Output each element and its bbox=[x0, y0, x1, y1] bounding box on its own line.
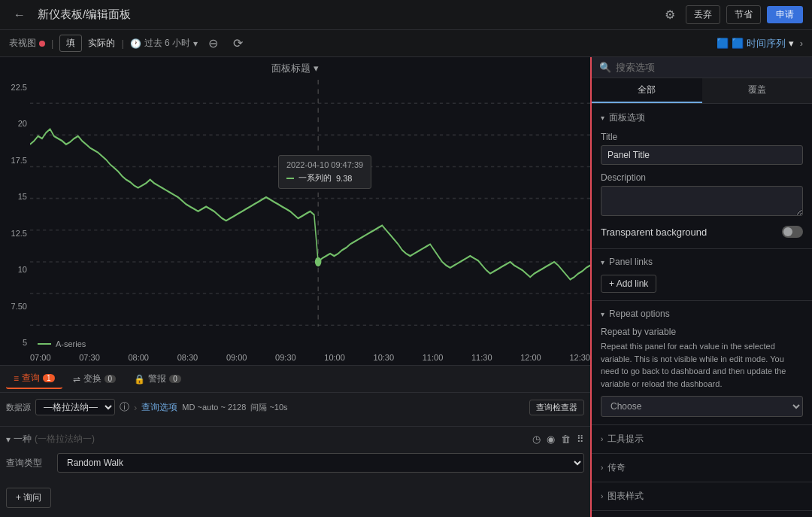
tab-alert-badge: 0 bbox=[169, 375, 181, 383]
datasource-row: 数据源 —格拉法纳— ⓘ › 查询选项 MD ~auto ~ 2128 间隔 ~… bbox=[6, 399, 584, 415]
add-link-btn[interactable]: + Add link bbox=[601, 275, 656, 293]
chevron-down-icon: ▾ bbox=[601, 114, 604, 122]
subtoolbar: 表视图 | 填 实际的 | 🕐 过去 6 小时 ▾ ⊖ ⟳ 🟦 🟦 时间序列 ▾… bbox=[0, 30, 812, 57]
search-box: 🔍 bbox=[592, 57, 812, 78]
toggle-knob bbox=[783, 227, 792, 236]
y-label: 17.5 bbox=[0, 156, 30, 165]
legend-label: A-series bbox=[56, 339, 86, 348]
desc-label: Description bbox=[601, 172, 803, 183]
back-button[interactable]: ← bbox=[9, 7, 30, 23]
query-meta2: 间隔 ~10s bbox=[250, 402, 287, 413]
legend-section-label: 传奇 bbox=[607, 461, 626, 474]
query-meta1: MD ~auto ~ 2128 bbox=[182, 403, 246, 412]
transparent-toggle[interactable] bbox=[782, 226, 803, 238]
view-mode-btn[interactable]: 表视图 bbox=[9, 37, 45, 50]
search-input[interactable] bbox=[616, 62, 804, 73]
save-button[interactable]: 节省 bbox=[726, 5, 761, 24]
collapsed-section-axis[interactable]: › 轴 bbox=[592, 511, 812, 517]
y-label: 10 bbox=[0, 265, 30, 274]
ts-arrow-icon: › bbox=[800, 38, 803, 49]
collapsed-section-tooltip[interactable]: › 工具提示 bbox=[592, 425, 812, 454]
tab-query[interactable]: ≡ 查询 1 bbox=[6, 369, 62, 389]
refresh-btn[interactable]: ⟳ bbox=[229, 35, 247, 52]
panel-options-section: ▾ 面板选项 Title Description Transparent bac… bbox=[592, 104, 812, 249]
tab-transform[interactable]: ⇌ 变换 0 bbox=[65, 370, 124, 388]
series-subheader: (一格拉法纳一) bbox=[35, 433, 95, 446]
apply-button[interactable]: 申请 bbox=[767, 6, 803, 23]
panel-options-header[interactable]: ▾ 面板选项 bbox=[601, 111, 803, 124]
tab-alert-label: 警报 bbox=[148, 373, 166, 385]
repeat-options-section: ▾ Repeat options Repeat by variable Repe… bbox=[592, 301, 812, 425]
svg-point-9 bbox=[315, 257, 322, 266]
datasource-select[interactable]: —格拉法纳— bbox=[35, 399, 115, 415]
panel-tabs: 全部 覆盖 bbox=[592, 78, 812, 104]
transparent-row: Transparent background bbox=[601, 226, 803, 238]
query-editor: 数据源 —格拉法纳— ⓘ › 查询选项 MD ~auto ~ 2128 间隔 ~… bbox=[0, 393, 590, 426]
legend-line bbox=[38, 343, 51, 345]
series-section: ▾ 一种 (一格拉法纳一) ◷ ◉ 🗑 ⠿ 查询类型 Random Walk bbox=[0, 426, 590, 517]
repeat-options-header[interactable]: ▾ Repeat options bbox=[601, 309, 803, 319]
topbar-right: ⚙ 丢弃 节省 申请 bbox=[660, 5, 803, 24]
series-icon-4[interactable]: ⠿ bbox=[577, 433, 584, 445]
y-label: 5 bbox=[0, 338, 30, 347]
gear-button[interactable]: ⚙ bbox=[660, 6, 680, 23]
tab-overrides[interactable]: 覆盖 bbox=[702, 78, 813, 103]
tab-alert[interactable]: 🔒 警报 0 bbox=[126, 370, 189, 388]
y-label: 7.50 bbox=[0, 302, 30, 311]
time-range-label: 过去 6 小时 bbox=[144, 37, 190, 50]
view-mode-label: 表视图 bbox=[9, 37, 36, 50]
repeat-desc: Repeat this panel for each value in the … bbox=[601, 340, 803, 390]
ts-selector[interactable]: 🟦 🟦 时间序列 ▾ › bbox=[717, 37, 803, 50]
title-input[interactable] bbox=[601, 145, 803, 165]
breadcrumb-sep: › bbox=[134, 402, 137, 413]
page-title: 新仪表板/编辑面板 bbox=[38, 8, 131, 22]
chart-style-section-label: 图表样式 bbox=[607, 490, 644, 503]
main-content: 面板标题 22.5 20 17.5 15 12.5 10 7.50 5 bbox=[0, 57, 812, 517]
discard-button[interactable]: 丢弃 bbox=[686, 5, 720, 24]
query-type-select[interactable]: Random Walk bbox=[57, 453, 584, 473]
tab-alert-icon: 🔒 bbox=[134, 374, 145, 385]
fill-btn[interactable]: 填 bbox=[59, 35, 82, 52]
y-label: 15 bbox=[0, 192, 30, 201]
chevron-down-icon: ▾ bbox=[6, 434, 11, 445]
chart-legend: A-series bbox=[38, 339, 86, 348]
query-options-link[interactable]: 查询选项 bbox=[141, 401, 177, 414]
series-icon-1[interactable]: ◷ bbox=[532, 433, 541, 445]
chart-title[interactable]: 面板标题 bbox=[0, 57, 590, 80]
series-icon-2[interactable]: ◉ bbox=[547, 433, 555, 445]
tab-transform-label: 变换 bbox=[83, 373, 102, 385]
time-range-selector[interactable]: 🕐 过去 6 小时 ▾ bbox=[130, 37, 198, 50]
topbar-left: ← 新仪表板/编辑面板 bbox=[9, 7, 660, 23]
desc-textarea[interactable] bbox=[601, 186, 803, 216]
series-name: 一种 bbox=[14, 433, 32, 446]
add-query-btn[interactable]: + 询问 bbox=[6, 488, 51, 508]
panel-links-section: ▾ Panel links + Add link bbox=[592, 249, 812, 301]
collapsed-section-legend[interactable]: › 传奇 bbox=[592, 454, 812, 482]
query-tabs-bar: ≡ 查询 1 ⇌ 变换 0 🔒 警报 0 bbox=[0, 366, 590, 393]
series-header[interactable]: ▾ 一种 (一格拉法纳一) ◷ ◉ 🗑 ⠿ bbox=[6, 430, 584, 449]
x-axis: 07:00 07:30 08:00 08:30 09:00 09:30 10:0… bbox=[30, 350, 590, 365]
tab-all[interactable]: 全部 bbox=[592, 78, 702, 103]
series-icon-3[interactable]: 🗑 bbox=[561, 433, 571, 445]
ts-label: 🟦 时间序列 bbox=[732, 37, 786, 50]
transparent-label: Transparent background bbox=[601, 227, 707, 238]
panel-options-title: 面板选项 bbox=[609, 111, 645, 124]
zoom-out-btn[interactable]: ⊖ bbox=[204, 35, 223, 52]
chart-area: 面板标题 22.5 20 17.5 15 12.5 10 7.50 5 bbox=[0, 57, 590, 366]
actual-btn[interactable]: 实际的 bbox=[88, 37, 115, 50]
tab-query-badge: 1 bbox=[43, 374, 55, 382]
query-inspector-btn[interactable]: 查询检查器 bbox=[529, 400, 584, 415]
chart-panel: 面板标题 22.5 20 17.5 15 12.5 10 7.50 5 bbox=[0, 57, 590, 517]
y-axis: 22.5 20 17.5 15 12.5 10 7.50 5 bbox=[0, 80, 30, 350]
chevron-right-icon: › bbox=[601, 435, 603, 443]
repeat-title: Repeat options bbox=[609, 309, 670, 319]
collapsed-section-chart-style[interactable]: › 图表样式 bbox=[592, 482, 812, 511]
panel-links-title: Panel links bbox=[609, 257, 653, 267]
topbar: ← 新仪表板/编辑面板 ⚙ 丢弃 节省 申请 bbox=[0, 0, 812, 30]
query-type-label: 查询类型 bbox=[6, 457, 51, 470]
repeat-select[interactable]: Choose bbox=[601, 396, 803, 417]
panel-links-header[interactable]: ▾ Panel links bbox=[601, 257, 803, 267]
view-dot bbox=[39, 41, 45, 47]
search-icon: 🔍 bbox=[599, 62, 611, 73]
y-label: 22.5 bbox=[0, 83, 30, 92]
